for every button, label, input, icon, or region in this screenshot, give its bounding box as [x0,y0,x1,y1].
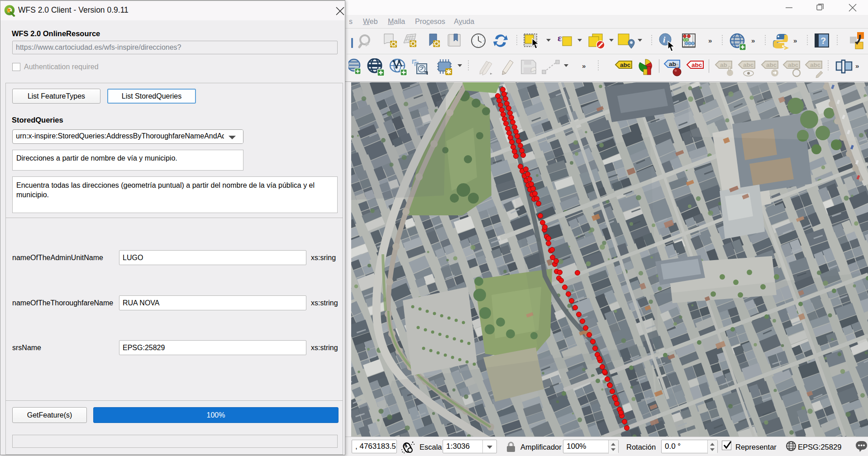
svg-text:abc: abc [788,62,799,68]
svg-text:i: i [663,35,666,44]
svg-text:abc: abc [620,62,631,68]
svg-text:ε: ε [558,33,562,43]
svg-text:ab: ab [669,61,676,67]
svg-text:abc: abc [692,62,702,68]
svg-text:abc: abc [810,62,821,68]
svg-text:abc: abc [766,62,777,68]
svg-text:abc: abc [743,62,754,68]
svg-text:?: ? [820,36,826,46]
svg-text:ab: ab [720,62,727,68]
